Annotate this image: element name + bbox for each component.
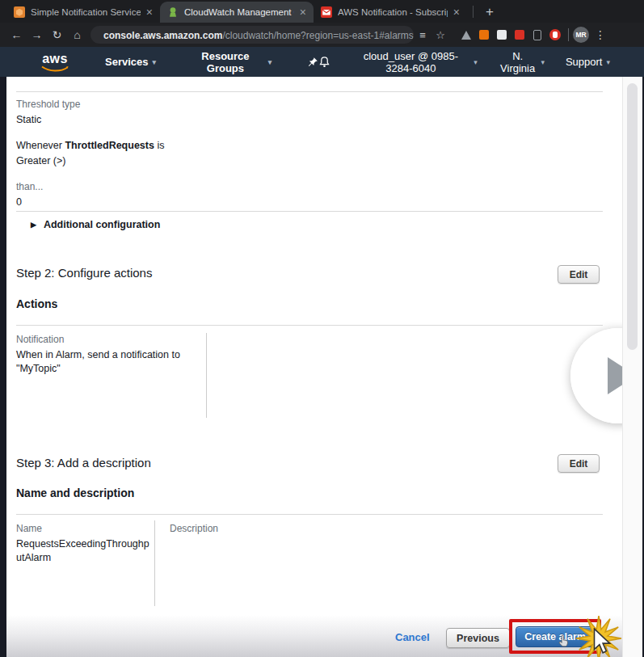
than-label: than... <box>16 181 43 192</box>
cloudwatch-favicon <box>167 6 179 18</box>
back-icon[interactable]: ← <box>6 28 27 41</box>
tab-title: CloudWatch Management Con <box>184 7 294 17</box>
previous-button[interactable]: Previous <box>446 628 510 648</box>
notification-label: Notification <box>16 334 64 345</box>
operator-value: Greater (>) <box>16 155 65 166</box>
pin-button[interactable] <box>307 57 318 68</box>
actions-heading: Actions <box>16 297 57 310</box>
chevron-down-icon: ▾ <box>153 58 157 66</box>
threshold-value: 0 <box>16 196 22 208</box>
drive-extension-icon[interactable] <box>457 26 475 44</box>
tab-title: Simple Notification Service <box>31 7 141 17</box>
page-scrollbar[interactable] <box>622 77 642 657</box>
tab-sns[interactable]: Simple Notification Service × <box>6 2 160 23</box>
panel-divider <box>154 520 155 606</box>
reload-icon[interactable]: ↻ <box>47 28 67 41</box>
browser-address-bar: ← → ↻ ⌂ console.aws.amazon.com/cloudwatc… <box>0 23 644 47</box>
highlight-box: Create alarm <box>509 619 601 654</box>
close-icon[interactable]: × <box>453 6 460 18</box>
new-tab-button[interactable]: + <box>479 5 500 19</box>
divider <box>16 514 603 515</box>
toolbar-divider <box>568 28 569 41</box>
url-field[interactable]: console.aws.amazon.com/cloudwatch/home?r… <box>90 26 414 44</box>
chevron-down-icon: ▾ <box>474 58 478 66</box>
support-menu[interactable]: Support▾ <box>566 56 610 68</box>
step3-edit-button[interactable]: Edit <box>558 454 600 473</box>
bell-icon <box>318 56 330 69</box>
aws-smile-icon <box>40 65 69 72</box>
account-menu[interactable]: cloud_user @ 0985-3284-6040▾ <box>351 50 478 74</box>
alarm-name-value: RequestsExceedingThroughputAlarm <box>16 537 149 565</box>
tab-separator <box>473 6 474 18</box>
name-label: Name <box>16 523 42 534</box>
metric-name: ThrottledRequests <box>65 140 154 151</box>
create-alarm-button[interactable]: Create alarm <box>516 626 595 647</box>
aws-logo-text: aws <box>42 53 68 65</box>
cube-extension-icon[interactable] <box>475 26 493 44</box>
step2-title: Step 2: Configure actions <box>16 266 152 280</box>
reading-list-icon[interactable]: ≡ <box>414 29 431 41</box>
region-menu[interactable]: N. Virginia▾ <box>499 50 545 74</box>
adblock-hand-icon[interactable] <box>546 26 564 44</box>
red-extension-icon[interactable] <box>511 26 528 44</box>
additional-configuration-toggle[interactable]: ▶ Additional configuration <box>31 219 160 230</box>
step2-edit-button[interactable]: Edit <box>558 265 600 284</box>
url-path: /cloudwatch/home?region=us-east-1#alarms… <box>222 30 414 41</box>
description-label: Description <box>170 523 218 534</box>
bookmark-star-icon[interactable]: ☆ <box>431 29 449 41</box>
browser-tab-bar: Simple Notification Service × CloudWatch… <box>0 0 644 23</box>
whenever-metric-line: Whenever ThrottledRequests is <box>16 140 164 151</box>
forward-icon[interactable]: → <box>27 28 47 41</box>
tab-title: AWS Notification - Subscriptio <box>338 7 448 17</box>
tab-aws-notification[interactable]: AWS Notification - Subscriptio × <box>314 2 467 23</box>
close-icon[interactable]: × <box>300 6 306 18</box>
chevron-down-icon: ▾ <box>606 58 610 66</box>
profile-avatar[interactable]: MR <box>573 27 589 43</box>
notification-text: When in Alarm, send a notification to "M… <box>16 348 204 376</box>
services-menu[interactable]: Services▾ <box>105 56 156 68</box>
chevron-down-icon: ▾ <box>541 58 545 66</box>
threshold-type-label: Threshold type <box>16 99 80 110</box>
cancel-button[interactable]: Cancel <box>395 631 430 643</box>
chevron-down-icon: ▾ <box>268 58 272 66</box>
panel-divider <box>206 333 207 418</box>
browser-menu-icon[interactable]: ⋮ <box>589 28 612 41</box>
document-extension-icon[interactable] <box>528 26 546 44</box>
footer-action-bar: Cancel Previous Create alarm <box>0 615 644 657</box>
pin-icon <box>307 57 318 68</box>
sns-favicon <box>14 6 25 18</box>
step3-title: Step 3: Add a description <box>16 456 151 470</box>
divider <box>16 211 603 212</box>
tab-cloudwatch[interactable]: CloudWatch Management Con × <box>160 2 314 23</box>
cloudwatch-alarm-review-page: Threshold type Static Whenever Throttled… <box>0 77 644 657</box>
notifications-bell[interactable] <box>318 56 330 69</box>
threshold-type-value: Static <box>16 114 41 125</box>
video-frame-left-edge <box>0 77 6 657</box>
mail-favicon <box>321 6 332 18</box>
divider <box>16 91 603 92</box>
close-icon[interactable]: × <box>146 6 153 18</box>
url-host: console.aws.amazon.com <box>103 30 222 41</box>
expand-arrow-icon: ▶ <box>31 221 36 229</box>
home-icon[interactable]: ⌂ <box>67 28 87 41</box>
scrollbar-thumb[interactable] <box>627 83 638 350</box>
browser-window: Simple Notification Service × CloudWatch… <box>0 0 644 657</box>
aws-logo[interactable]: aws <box>40 53 69 72</box>
aws-navbar: aws Services▾ Resource Groups▾ cloud_use… <box>0 47 644 77</box>
divider <box>16 325 603 326</box>
name-and-description-heading: Name and description <box>16 486 134 499</box>
white-extension-icon[interactable] <box>493 26 511 44</box>
resource-groups-menu[interactable]: Resource Groups▾ <box>187 50 271 74</box>
